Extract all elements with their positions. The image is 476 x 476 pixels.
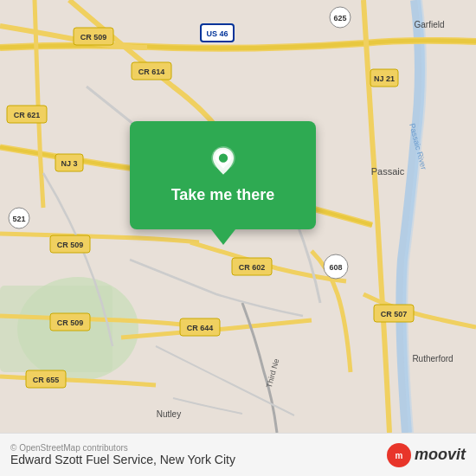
card-pointer (211, 229, 235, 245)
location-name: Edward Szott Fuel Service, New York City (10, 453, 235, 466)
moovit-icon: m (387, 443, 411, 467)
svg-text:CR 602: CR 602 (239, 263, 266, 272)
svg-text:CR 507: CR 507 (381, 310, 408, 318)
moovit-logo: m moovit (387, 443, 466, 467)
map-container: CR 509 US 46 625 Garfield CR 614 NJ 21 C… (0, 0, 476, 433)
svg-text:CR 509: CR 509 (57, 318, 84, 327)
take-me-there-overlay: Take me there (130, 121, 316, 245)
svg-text:NJ 21: NJ 21 (374, 74, 395, 83)
svg-text:NJ 3: NJ 3 (61, 159, 77, 168)
svg-text:Garfield: Garfield (414, 20, 444, 29)
bottom-info: © OpenStreetMap contributors Edward Szot… (10, 443, 235, 466)
moovit-text: moovit (415, 446, 466, 464)
osm-credit: © OpenStreetMap contributors (10, 443, 235, 453)
svg-text:m: m (396, 451, 403, 460)
svg-text:CR 509: CR 509 (57, 241, 84, 249)
svg-text:CR 614: CR 614 (138, 68, 165, 76)
location-pin-icon (208, 146, 239, 177)
svg-text:Passaic: Passaic (371, 166, 405, 177)
svg-text:Rutherford: Rutherford (412, 354, 453, 363)
bottom-bar: © OpenStreetMap contributors Edward Szot… (0, 433, 476, 476)
take-me-there-button[interactable]: Take me there (171, 186, 275, 204)
svg-text:521: 521 (12, 215, 25, 223)
svg-text:CR 621: CR 621 (14, 111, 41, 119)
svg-text:Nutley: Nutley (157, 409, 181, 419)
svg-text:CR 509: CR 509 (80, 33, 107, 42)
svg-text:CR 655: CR 655 (33, 376, 60, 384)
svg-point-42 (218, 154, 227, 163)
svg-text:US 46: US 46 (206, 29, 228, 38)
svg-text:608: 608 (329, 263, 342, 272)
svg-text:625: 625 (333, 14, 346, 23)
take-me-there-card[interactable]: Take me there (130, 121, 316, 229)
svg-text:CR 644: CR 644 (187, 324, 214, 332)
